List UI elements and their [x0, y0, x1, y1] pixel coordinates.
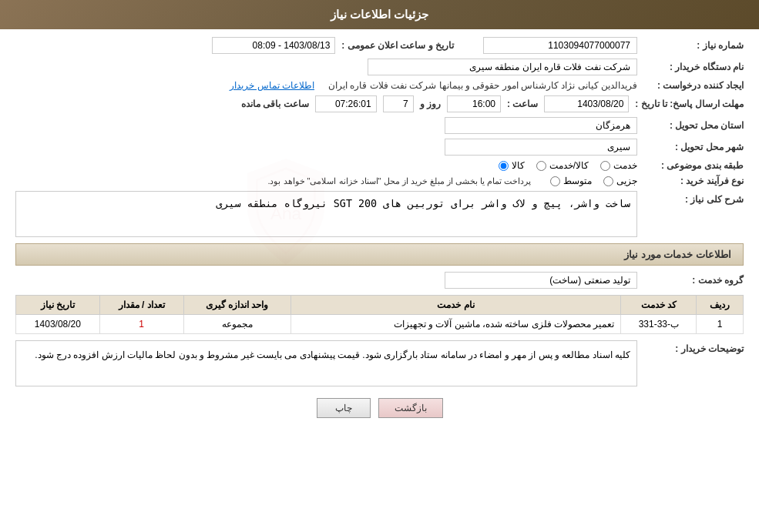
send-deadline-label: مهلت ارسال پاسخ: تا تاریخ :: [635, 99, 744, 109]
buyer-org-label: نام دستگاه خریدار :: [643, 62, 744, 72]
category-goods-service-label: کالا/خدمت: [549, 160, 589, 171]
cell-unit: مجموعه: [183, 315, 291, 334]
category-goods-radio[interactable]: [499, 161, 509, 171]
category-label: طبقه بندی موضوعی :: [643, 160, 744, 171]
announce-date-label: تاریخ و ساعت اعلان عمومی :: [341, 40, 454, 51]
services-section-title: اطلاعات خدمات مورد نیاز: [15, 243, 744, 266]
cell-row-num: 1: [697, 315, 744, 334]
deadline-row: مهلت ارسال پاسخ: تا تاریخ : 1403/08/20 س…: [15, 95, 744, 112]
col-quantity: تعداد / مقدار: [99, 296, 183, 315]
category-row: طبقه بندی موضوعی : خدمت کالا/خدمت کالا: [15, 160, 744, 171]
category-radio-group: خدمت کالا/خدمت کالا: [499, 160, 637, 171]
category-goods-service-radio[interactable]: [536, 161, 546, 171]
send-date-value: 1403/08/20: [544, 95, 629, 112]
category-option-goods-service[interactable]: کالا/خدمت: [536, 160, 589, 171]
send-days-value: 7: [383, 95, 414, 112]
col-row-num: ردیف: [697, 296, 744, 315]
content-area: شماره نیاز : 1103094077000077 تاریخ و سا…: [0, 29, 759, 433]
category-option-service[interactable]: خدمت: [600, 160, 637, 171]
category-option-goods[interactable]: کالا: [499, 160, 525, 171]
category-service-label: خدمت: [613, 160, 637, 171]
service-group-value: تولید صنعتی (ساخت): [445, 272, 637, 289]
need-number-row: شماره نیاز : 1103094077000077 تاریخ و سا…: [15, 37, 744, 54]
creator-value: فریدالدین کیانی نژاد کارشناس امور حقوقی …: [328, 80, 637, 91]
purchase-type-row: نوع فرآیند خرید : جزیی متوسط پرداخت تمام…: [15, 176, 744, 186]
province-label: استان محل تحویل :: [643, 120, 744, 131]
category-service-radio[interactable]: [600, 161, 610, 171]
send-time-label: ساعت :: [507, 99, 538, 109]
purchase-medium-option[interactable]: متوسط: [550, 176, 592, 186]
service-group-label: گروه خدمت :: [643, 275, 744, 286]
send-time-value: 16:00: [447, 95, 501, 112]
col-service-code: کد خدمت: [621, 296, 697, 315]
col-date: تاریخ نیاز: [16, 296, 100, 315]
province-row: استان محل تحویل : هرمزگان: [15, 117, 744, 134]
city-label: شهر محل تحویل :: [643, 142, 744, 152]
send-remaining-value: 07:26:01: [315, 95, 377, 112]
need-number-label: شماره نیاز :: [643, 40, 744, 51]
cell-date: 1403/08/20: [16, 315, 100, 334]
need-desc-row: شرح کلی نیاز :: [15, 191, 744, 237]
purchase-type-label: نوع فرآیند خرید :: [643, 176, 744, 186]
cell-quantity: 1: [99, 315, 183, 334]
send-remaining-label: ساعت باقی مانده: [241, 99, 309, 109]
announce-date-value: 1403/08/13 - 08:09: [212, 37, 335, 54]
buyer-org-row: نام دستگاه خریدار : شرکت نفت فلات قاره ا…: [15, 59, 744, 75]
purchase-partial-option[interactable]: جزیی: [603, 176, 637, 186]
services-table-container: ردیف کد خدمت نام خدمت واحد اندازه گیری ت…: [15, 295, 744, 334]
col-service-name: نام خدمت: [291, 296, 621, 315]
city-value: سیری: [445, 139, 637, 156]
col-unit: واحد اندازه گیری: [183, 296, 291, 315]
contact-link[interactable]: اطلاعات تماس خریدار: [230, 80, 314, 91]
watermark-shield: Ana: [228, 154, 344, 269]
buyer-notes-value: کلیه اسناد مطالعه و پس از مهر و امضاء در…: [15, 340, 637, 386]
page-header: جزئیات اطلاعات نیاز: [0, 0, 759, 29]
need-number-value: 1103094077000077: [483, 37, 637, 54]
purchase-partial-label: جزیی: [616, 176, 637, 186]
need-desc-label: شرح کلی نیاز :: [643, 194, 744, 205]
creator-row: ایجاد کننده درخواست : فریدالدین کیانی نژ…: [15, 80, 744, 91]
page-title: جزئیات اطلاعات نیاز: [331, 8, 428, 21]
send-days-label: روز و: [420, 99, 441, 109]
back-button[interactable]: بازگشت: [378, 398, 443, 418]
cell-service-code: ب-33-331: [621, 315, 697, 334]
creator-label: ایجاد کننده درخواست :: [643, 80, 744, 91]
svg-text:Ana: Ana: [270, 204, 301, 223]
print-button[interactable]: چاپ: [317, 398, 371, 418]
city-row: شهر محل تحویل : سیری: [15, 139, 744, 156]
purchase-partial-radio[interactable]: [603, 176, 613, 186]
page-wrapper: جزئیات اطلاعات نیاز شماره نیاز : 1103094…: [0, 0, 759, 532]
cell-service-name: تعمیر محصولات فلزی ساخته شده، ماشین آلات…: [291, 315, 621, 334]
table-row: 1 ب-33-331 تعمیر محصولات فلزی ساخته شده،…: [16, 315, 744, 334]
buyer-notes-label: توضیحات خریدار :: [643, 343, 744, 354]
buyer-org-value: شرکت نفت فلات قاره ایران منطقه سیری: [368, 59, 637, 75]
buyer-notes-row: توضیحات خریدار : کلیه اسناد مطالعه و پس …: [15, 340, 744, 386]
services-table: ردیف کد خدمت نام خدمت واحد اندازه گیری ت…: [15, 295, 744, 334]
buttons-row: بازگشت چاپ: [15, 398, 744, 418]
service-group-row: گروه خدمت : تولید صنعتی (ساخت): [15, 272, 744, 289]
purchase-medium-radio[interactable]: [550, 176, 560, 186]
category-goods-label: کالا: [512, 160, 525, 171]
purchase-medium-label: متوسط: [563, 176, 592, 186]
province-value: هرمزگان: [445, 117, 637, 134]
